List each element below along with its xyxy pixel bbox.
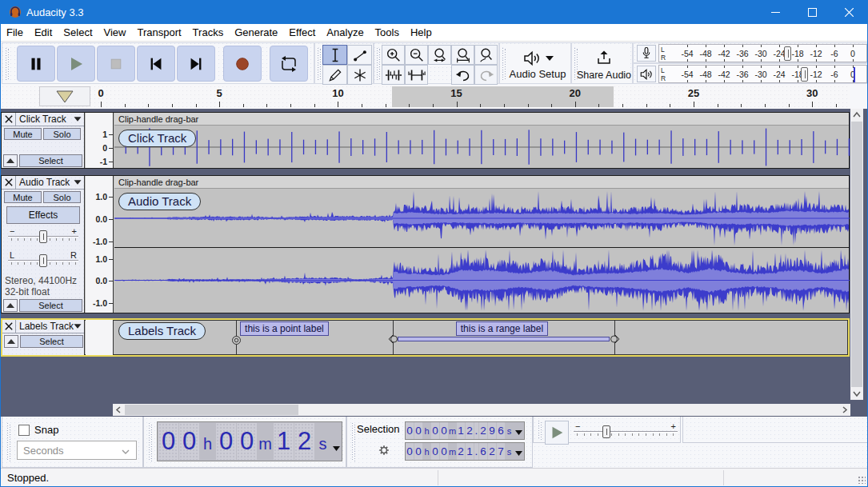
range-label-text[interactable]: this is a range label	[456, 321, 548, 336]
menu-tracks[interactable]: Tracks	[187, 24, 230, 42]
vertical-scrollbar[interactable]	[850, 109, 863, 400]
maximize-button[interactable]	[794, 0, 830, 24]
skip-to-end-button[interactable]	[177, 46, 215, 82]
selection-start-field[interactable]: 00h00m12.296s	[405, 421, 525, 440]
zoom-to-selection-button[interactable]	[428, 45, 451, 65]
recording-meter-box[interactable]: LR-54-48-42-36-30-24-18-12-60	[658, 44, 867, 62]
toolbar-grip[interactable]	[6, 48, 9, 80]
selection-digit[interactable]: 0	[440, 422, 448, 439]
effects-button[interactable]: Effects	[6, 206, 80, 224]
point-label-text[interactable]: this is a point label	[240, 321, 329, 336]
audio-channel-left-waveform[interactable]	[114, 190, 849, 247]
selection-digit[interactable]: 0	[431, 422, 439, 439]
playback-meter-box[interactable]: LR-54-48-42-36-30-24-18-12-60	[658, 65, 867, 83]
range-label-handle-right[interactable]	[610, 333, 620, 345]
gain-slider[interactable]: −+	[8, 229, 78, 245]
time-digit[interactable]: 2	[294, 423, 314, 460]
toolbar-grip[interactable]	[502, 48, 506, 80]
track-close-button[interactable]	[2, 113, 16, 126]
zoom-in-button[interactable]	[382, 45, 405, 65]
selection-digit[interactable]: 2	[466, 422, 474, 439]
click-track-waveform[interactable]	[114, 126, 849, 168]
selection-digit[interactable]: 0	[440, 443, 448, 460]
horizontal-scrollbar[interactable]	[113, 404, 850, 416]
record-button[interactable]	[223, 46, 262, 82]
menu-transport[interactable]: Transport	[131, 24, 186, 42]
selection-settings-gear-icon[interactable]	[376, 442, 392, 461]
selection-digit[interactable]: 2	[457, 443, 465, 460]
menu-effect[interactable]: Effect	[283, 24, 321, 42]
zoom-out-button[interactable]	[405, 45, 428, 65]
loop-button[interactable]	[270, 46, 308, 82]
selection-digit[interactable]: 1	[457, 422, 465, 439]
menu-view[interactable]: View	[98, 24, 132, 42]
undo-button[interactable]	[451, 65, 474, 85]
minimize-button[interactable]	[757, 0, 794, 24]
envelope-tool-button[interactable]	[347, 45, 372, 65]
time-digit[interactable]: 1	[274, 423, 294, 460]
click-track-content[interactable]: Clip-handle drag-barClick Track	[114, 113, 849, 168]
menu-tools[interactable]: Tools	[370, 24, 405, 42]
playback-meter-slider-thumb[interactable]	[801, 67, 808, 82]
draw-tool-button[interactable]	[322, 65, 347, 85]
track-menu-dropdown[interactable]	[74, 324, 82, 328]
selection-digit[interactable]: 0	[406, 422, 414, 439]
record-meter-mic-icon[interactable]	[637, 45, 656, 62]
menu-file[interactable]: File	[1, 24, 29, 42]
click-track-vruler[interactable]: 10-1	[86, 113, 114, 168]
play-button[interactable]	[57, 46, 95, 82]
toolbar-grip[interactable]	[7, 423, 10, 461]
selection-digit[interactable]: 2	[479, 422, 487, 439]
play-at-speed-button[interactable]	[545, 421, 569, 445]
snap-mode-dropdown[interactable]: Seconds	[17, 441, 137, 460]
selection-digit[interactable]: 6	[497, 422, 505, 439]
selection-digit[interactable]: 6	[479, 443, 487, 460]
time-digit[interactable]: 0	[158, 423, 178, 460]
track-close-button[interactable]	[2, 176, 16, 189]
track-labels-track[interactable]: Labels TrackSelectLabels Trackthis is a …	[1, 318, 850, 357]
labels-track-content[interactable]: Labels Trackthis is a point labelthis is…	[114, 320, 848, 355]
track-menu-dropdown[interactable]	[74, 180, 82, 184]
selection-digit[interactable]: 2	[488, 443, 496, 460]
menu-generate[interactable]: Generate	[229, 24, 283, 42]
selection-digit[interactable]: .	[474, 422, 478, 439]
field-dropdown-arrow[interactable]	[515, 445, 522, 459]
fit-project-button[interactable]	[451, 45, 474, 65]
selection-end-field[interactable]: 00h00m21.627s	[405, 442, 525, 461]
select-track-button[interactable]: Select	[19, 299, 82, 312]
resize-grip[interactable]	[858, 476, 866, 484]
menu-select[interactable]: Select	[58, 24, 98, 42]
pan-slider[interactable]: LR	[8, 253, 78, 269]
zoom-toggle-button[interactable]	[474, 45, 498, 65]
stop-button[interactable]	[97, 46, 135, 82]
toolbar-grip[interactable]	[352, 423, 355, 461]
audio-track-vruler[interactable]: 1.00.0-1.01.00.0-1.0	[86, 176, 114, 313]
toolbar-grip[interactable]	[318, 48, 321, 80]
toolbar-grip[interactable]	[149, 423, 152, 461]
field-dropdown-arrow[interactable]	[515, 424, 522, 438]
select-track-button[interactable]: Select	[20, 335, 83, 348]
playback-meter-speaker-icon[interactable]	[637, 66, 656, 82]
pan-slider-thumb[interactable]	[39, 254, 47, 267]
time-digit[interactable]: 0	[179, 423, 199, 460]
range-label-handle-left[interactable]	[388, 333, 398, 345]
recording-meter-slider-thumb[interactable]	[784, 46, 791, 61]
toolbar-grip[interactable]	[538, 421, 542, 440]
gain-slider-thumb[interactable]	[39, 230, 47, 243]
collapse-track-button[interactable]	[3, 299, 18, 312]
menu-analyze[interactable]: Analyze	[321, 24, 369, 42]
skip-to-start-button[interactable]	[137, 46, 175, 82]
redo-button[interactable]	[474, 65, 498, 85]
time-display[interactable]: 00h00m12s	[157, 421, 342, 461]
selection-tool-button[interactable]	[322, 45, 347, 65]
solo-button[interactable]: Solo	[43, 191, 81, 203]
selection-digit[interactable]: 9	[488, 422, 496, 439]
solo-button[interactable]: Solo	[43, 128, 81, 140]
selection-digit[interactable]: 1	[466, 443, 474, 460]
close-button[interactable]	[830, 0, 867, 24]
timeline-ruler[interactable]: 051015202530	[1, 85, 850, 109]
time-digit[interactable]: 0	[237, 423, 257, 460]
selection-digit[interactable]: .	[474, 443, 478, 460]
snap-checkbox[interactable]	[18, 425, 30, 436]
share-audio-button[interactable]: Share Audio	[578, 45, 630, 83]
